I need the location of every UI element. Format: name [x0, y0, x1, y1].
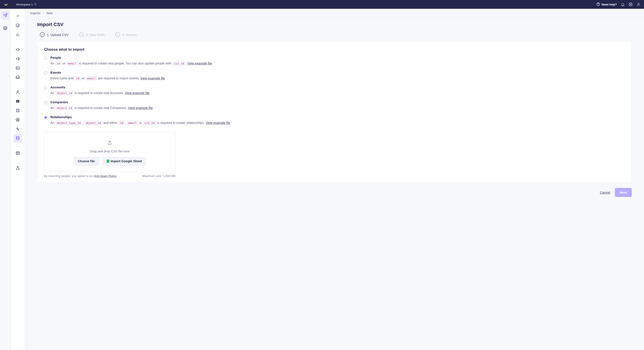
option-relationships[interactable]: Relationships An object_type_id, object_… — [44, 115, 625, 126]
option-title: Companies — [50, 100, 625, 104]
top-bar: Workspace 1 Need help? — [0, 0, 644, 9]
svg-rect-7 — [16, 67, 19, 69]
agree-prefix: By importing people, you agree to our — [44, 174, 94, 178]
help-circle-icon — [596, 2, 600, 7]
nav-templates-icon[interactable] — [13, 149, 22, 157]
option-title: Accounts — [50, 85, 625, 89]
breadcrumb-parent[interactable]: Imports — [30, 12, 40, 15]
secondary-nav-rail — [10, 9, 25, 350]
google-sheets-icon — [107, 160, 109, 163]
card-heading: Choose what to import — [44, 47, 625, 52]
nav-building-icon[interactable] — [13, 106, 22, 115]
settings-gear-icon[interactable] — [629, 3, 632, 6]
svg-point-5 — [638, 3, 639, 5]
svg-point-10 — [17, 101, 18, 102]
action-row: Cancel Next — [37, 183, 632, 197]
nav-send-icon[interactable] — [1, 11, 10, 20]
chevron-up-down-icon — [34, 3, 36, 6]
notifications-icon[interactable] — [621, 3, 625, 6]
nav-contact-card-icon[interactable] — [13, 97, 22, 106]
option-title: Events — [50, 71, 625, 74]
file-dropzone[interactable]: Drag and drop CSV file here Choose file … — [44, 132, 176, 172]
nav-inbox-icon[interactable] — [13, 73, 22, 82]
nav-audience-icon[interactable] — [13, 115, 22, 124]
app-logo-icon — [4, 2, 8, 7]
check-circle-icon — [79, 32, 84, 37]
page-title: Import CSV — [37, 22, 632, 27]
svg-point-3 — [598, 5, 598, 5]
example-file-link[interactable]: View example file — [206, 121, 230, 125]
option-desc: An object_type_id, object_id and either … — [50, 120, 625, 126]
svg-point-13 — [17, 119, 18, 120]
step-upload-csv[interactable]: 1. Upload CSV — [40, 32, 68, 37]
nav-terminal-icon[interactable] — [13, 64, 22, 72]
need-help-button[interactable]: Need help? — [596, 2, 617, 7]
option-companies[interactable]: Companies An object_id is required to cr… — [44, 100, 625, 111]
dropzone-footer: By importing people, you agree to our An… — [44, 174, 176, 178]
nav-gauge-icon[interactable] — [13, 21, 22, 30]
svg-rect-15 — [16, 151, 19, 154]
option-desc: Event name and id or email are required … — [50, 76, 625, 81]
option-title: Relationships — [50, 115, 625, 119]
option-people[interactable]: People An id or email is required to cre… — [44, 56, 625, 66]
radio-events[interactable] — [44, 71, 47, 75]
step-label: 3. Review — [122, 33, 137, 37]
radio-companies[interactable] — [44, 101, 47, 104]
svg-point-1 — [7, 3, 8, 4]
workspace-name: Workspace 1 — [16, 3, 33, 6]
example-file-link[interactable]: View example file — [125, 91, 150, 95]
next-button[interactable]: Next — [615, 188, 632, 197]
stepper: 1. Upload CSV 2. Map fields 3. Review — [37, 31, 632, 42]
option-desc: An object_id is required to create new C… — [50, 105, 625, 111]
nav-broadcast-icon[interactable] — [13, 54, 22, 63]
nav-people-icon[interactable] — [13, 88, 22, 96]
max-size-text: Maximum size: 1,000 MB — [142, 174, 176, 178]
step-label: 2. Map fields — [86, 33, 105, 37]
option-events[interactable]: Events Event name and id or email are re… — [44, 71, 625, 81]
nav-database-icon[interactable] — [13, 134, 22, 142]
nav-journey-icon[interactable] — [13, 45, 22, 54]
radio-people[interactable] — [44, 56, 47, 60]
svg-point-0 — [4, 3, 5, 4]
example-file-link[interactable]: View example file — [187, 62, 212, 65]
option-title: People — [50, 56, 625, 59]
expand-sidebar-icon[interactable] — [13, 11, 22, 21]
option-accounts[interactable]: Accounts An object_id is required to cre… — [44, 85, 625, 96]
step-label: 1. Upload CSV — [47, 33, 68, 37]
example-file-link[interactable]: View example file — [128, 106, 153, 110]
cancel-button[interactable]: Cancel — [600, 191, 610, 194]
svg-point-14 — [16, 137, 19, 138]
need-help-label: Need help? — [602, 3, 617, 6]
radio-accounts[interactable] — [44, 86, 47, 89]
option-desc: An id or email is required to create new… — [50, 61, 625, 66]
profile-icon[interactable] — [636, 3, 640, 6]
dropzone-text: Drag and drop CSV file here — [90, 149, 130, 153]
anti-spam-policy-link[interactable]: Anti-Spam Policy — [94, 174, 116, 178]
import-card: Choose what to import People An id or em… — [37, 42, 632, 183]
example-file-link[interactable]: View example file — [140, 77, 165, 80]
breadcrumb: Imports / New — [25, 9, 644, 18]
svg-point-8 — [17, 91, 18, 92]
main-content: Imports / New Import CSV 1. Upload CSV 2… — [25, 9, 644, 350]
nav-activity-icon[interactable] — [13, 125, 22, 133]
option-desc: An object_id is required to create new A… — [50, 90, 625, 96]
breadcrumb-separator: / — [43, 12, 44, 15]
radio-relationships[interactable] — [44, 116, 47, 119]
import-google-sheet-button[interactable]: Import Google Sheet — [102, 157, 146, 165]
nav-analytics-icon[interactable] — [13, 30, 22, 39]
step-map-fields: 2. Map fields — [79, 32, 105, 37]
upload-icon — [107, 140, 112, 146]
primary-nav-rail — [0, 9, 10, 350]
nav-experiments-icon[interactable] — [13, 163, 22, 172]
svg-point-4 — [630, 4, 631, 5]
choose-file-button[interactable]: Choose file — [74, 157, 99, 165]
breadcrumb-current: New — [46, 12, 52, 15]
svg-rect-11 — [16, 109, 19, 112]
import-type-options: People An id or email is required to cre… — [44, 56, 625, 125]
workspace-switcher[interactable]: Workspace 1 — [16, 3, 36, 6]
nav-layers-icon[interactable] — [1, 24, 10, 33]
check-circle-icon — [115, 32, 120, 37]
check-circle-icon — [40, 32, 45, 37]
step-review: 3. Review — [115, 32, 137, 37]
